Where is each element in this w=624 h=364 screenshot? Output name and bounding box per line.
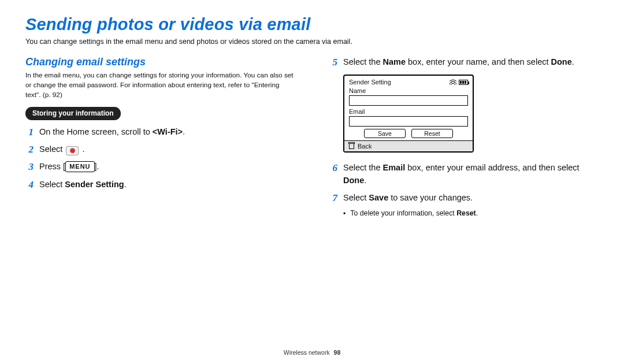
section-intro: In the email menu, you can change settin… (25, 70, 295, 100)
back-label: Back (358, 143, 372, 150)
step-number: 7 (329, 192, 337, 205)
step-text: box, enter your name, and then select (406, 57, 551, 66)
step-text: On the Home screen, scroll to (39, 127, 153, 136)
step-text: . (183, 127, 185, 136)
right-column: 5 Select the Name box, enter your name, … (329, 56, 599, 219)
step-6: 6 Select the Email box, enter your email… (329, 162, 599, 187)
left-column: Changing email settings In the email men… (25, 56, 295, 219)
step-text: to save your changes. (388, 193, 473, 202)
step-text: . (82, 144, 84, 154)
save-button[interactable]: Save (364, 129, 406, 138)
step-text: Select (39, 144, 65, 154)
step-3: 3 Press [MENU]. (25, 161, 295, 173)
step-number: 4 (25, 179, 34, 191)
wifi-icon (450, 79, 456, 85)
pill-storing-info: Storing your information (25, 107, 121, 120)
email-input[interactable] (349, 116, 468, 127)
step-number: 6 (329, 162, 337, 174)
step-bold: Save (369, 193, 388, 202)
note-text: . (476, 209, 478, 217)
page-footer: Wireless network 98 (0, 349, 624, 356)
menu-button-icon: MENU (65, 161, 94, 172)
step-bold: <Wi-Fi> (153, 127, 183, 136)
note-text: To delete your information, select (350, 209, 456, 217)
step-text: Select (39, 180, 65, 189)
footer-section: Wireless network (284, 349, 330, 356)
email-app-icon (66, 146, 79, 155)
step-text: Select the (343, 57, 383, 66)
step-bold: Done (343, 176, 364, 185)
step-bold: Name (383, 57, 406, 66)
email-field-label: Email (349, 108, 468, 115)
step-5: 5 Select the Name box, enter your name, … (329, 56, 599, 69)
step-bold: Sender Setting (65, 180, 124, 189)
note-bold: Reset (456, 209, 476, 217)
step-2: 2 Select . (25, 143, 295, 156)
reset-button[interactable]: Reset (411, 129, 453, 138)
page-intro: You can change settings in the email men… (25, 38, 599, 46)
step-text: Press [ (39, 162, 65, 171)
bullet-icon: • (343, 209, 346, 219)
step-number: 1 (25, 126, 34, 139)
battery-icon (459, 80, 468, 85)
page-number: 98 (334, 349, 341, 356)
step-number: 2 (25, 143, 34, 156)
step-bold: Email (383, 163, 406, 172)
name-field-label: Name (349, 87, 468, 94)
note: • To delete your information, select Res… (329, 209, 599, 219)
step-number: 5 (329, 56, 337, 69)
step-bold: Done (551, 57, 572, 66)
device-screen-title: Sender Setting (349, 79, 391, 86)
page-title: Sending photos or videos via email (25, 15, 599, 34)
step-text: box, enter your email address, and then … (405, 163, 579, 172)
step-7: 7 Select Save to save your changes. (329, 192, 599, 205)
step-text: . (364, 176, 366, 185)
device-screenshot: Sender Setting Name Email Save Reset (343, 75, 474, 153)
step-1: 1 On the Home screen, scroll to <Wi-Fi>. (25, 126, 295, 139)
trash-icon (349, 143, 354, 149)
step-text: Select the (343, 163, 383, 172)
step-text: ]. (95, 162, 99, 171)
step-number: 3 (25, 161, 34, 173)
step-4: 4 Select Sender Setting. (25, 179, 295, 191)
section-heading: Changing email settings (25, 56, 295, 68)
back-button[interactable]: Back (344, 140, 473, 151)
step-text: Select (343, 193, 369, 202)
step-text: . (124, 180, 127, 189)
steps-left: 1 On the Home screen, scroll to <Wi-Fi>.… (25, 126, 295, 191)
step-text: . (572, 57, 574, 66)
name-input[interactable] (349, 95, 468, 106)
